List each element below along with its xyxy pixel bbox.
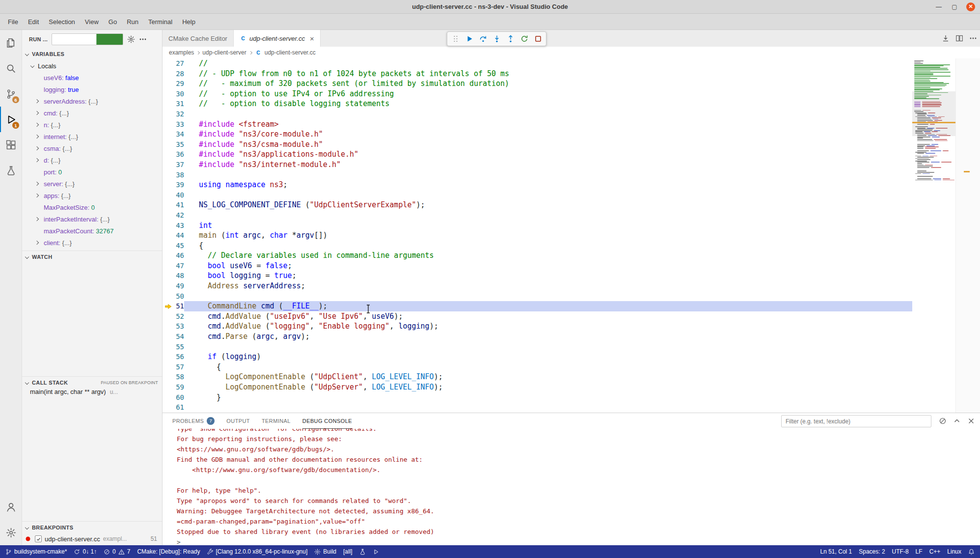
variable-MaxPacketSize[interactable]: MaxPacketSize: 0	[22, 201, 162, 213]
code-text[interactable]: cmd.AddValue ("useIpv6", "Use Ipv6", use…	[184, 311, 912, 322]
line-number[interactable]: 39	[174, 180, 184, 190]
code-text[interactable]: main (int argc, char *argv[])	[184, 230, 912, 241]
gutter-glyph[interactable]	[163, 402, 174, 413]
gutter-glyph[interactable]	[163, 230, 174, 241]
panel-tab-output[interactable]: OUTPUT	[226, 413, 250, 429]
code-text[interactable]: // - option to use IPv4 or IPv6 addressi…	[184, 89, 912, 99]
code-text[interactable]: {	[184, 362, 912, 372]
code-text[interactable]: CommandLine cmd (__FILE__);	[184, 301, 912, 311]
gutter-glyph[interactable]	[163, 200, 174, 210]
problems-indicator[interactable]: 07	[100, 545, 134, 558]
variable-logging[interactable]: logging: true	[22, 84, 162, 95]
code-text[interactable]: #include <fstream>	[184, 119, 912, 130]
menu-item-run[interactable]: Run	[122, 14, 143, 29]
line-number[interactable]: 53	[174, 321, 184, 332]
gutter-glyph[interactable]	[163, 352, 174, 362]
code-text[interactable]: if (logging)	[184, 352, 912, 362]
code-text[interactable]: // - maximum of 320 packets sent (or lim…	[184, 79, 912, 89]
language-indicator[interactable]: C++	[926, 545, 944, 558]
line-number[interactable]: 44	[174, 230, 184, 241]
minimap-slider[interactable]	[912, 91, 955, 136]
gutter-glyph[interactable]	[163, 332, 174, 342]
notifications-bell[interactable]	[965, 545, 978, 558]
step-out-button[interactable]	[504, 33, 517, 45]
line-number[interactable]: 30	[174, 89, 184, 99]
variable-client[interactable]: client: {...}	[22, 237, 162, 249]
gutter-glyph[interactable]	[163, 109, 174, 119]
gutter-glyph[interactable]	[163, 129, 174, 140]
gutter-glyph[interactable]	[163, 99, 174, 109]
code-text[interactable]	[184, 291, 912, 302]
line-number[interactable]: 42	[174, 210, 184, 221]
code-text[interactable]: #include "ns3/internet-module.h"	[184, 160, 912, 170]
encoding-indicator[interactable]: UTF-8	[889, 545, 912, 558]
variable-port[interactable]: port: 0	[22, 166, 162, 178]
minimize-button[interactable]: —	[935, 3, 943, 11]
line-number[interactable]: 55	[174, 342, 184, 352]
cmake-status[interactable]: CMake: [Debug]: Ready	[134, 545, 203, 558]
breakpoints-section-header[interactable]: BREAKPOINTS	[22, 521, 162, 533]
gutter-glyph[interactable]	[163, 311, 174, 322]
gutter-glyph[interactable]	[163, 261, 174, 271]
gutter-glyph[interactable]	[163, 321, 174, 332]
menu-item-edit[interactable]: Edit	[23, 14, 44, 29]
line-number[interactable]: 33	[174, 119, 184, 130]
gutter-glyph[interactable]	[163, 170, 174, 180]
os-indicator[interactable]: Linux	[944, 545, 965, 558]
code-text[interactable]: #include "ns3/core-module.h"	[184, 129, 912, 140]
indent-indicator[interactable]: Spaces: 2	[855, 545, 888, 558]
activitybar-extensions[interactable]	[0, 132, 22, 158]
gutter-glyph[interactable]	[163, 119, 174, 130]
code-text[interactable]: LogComponentEnable ("UdpClient", LOG_LEV…	[184, 372, 912, 382]
code-text[interactable]	[184, 170, 912, 180]
code-text[interactable]: cmd.AddValue ("logging", "Enable logging…	[184, 321, 912, 332]
code-text[interactable]: LogComponentEnable ("UdpServer", LOG_LEV…	[184, 382, 912, 392]
split-editor-icon[interactable]	[955, 34, 963, 42]
code-text[interactable]	[184, 109, 912, 119]
code-editor[interactable]: 27//28// - UDP flow from n0 to n1 of 102…	[163, 58, 980, 413]
menu-item-file[interactable]: File	[3, 14, 23, 29]
ctest-button[interactable]	[356, 545, 369, 558]
gutter-glyph[interactable]	[163, 362, 174, 372]
cursor-position[interactable]: Ln 51, Col 1	[817, 545, 856, 558]
breakpoint-item[interactable]: udp-client-server.ccexampl...51	[22, 533, 162, 545]
gutter-glyph[interactable]	[163, 251, 174, 261]
line-number[interactable]: 48	[174, 271, 184, 281]
code-text[interactable]: #include "ns3/csma-module.h"	[184, 140, 912, 150]
panel-tab-debug-console[interactable]: DEBUG CONSOLE	[302, 413, 352, 429]
activitybar-source-control[interactable]: 6	[0, 81, 22, 107]
line-number[interactable]: 43	[174, 221, 184, 231]
code-text[interactable]: {	[184, 241, 912, 251]
variable-internet[interactable]: internet: {...}	[22, 131, 162, 142]
activitybar-testing[interactable]	[0, 158, 22, 183]
code-text[interactable]: }	[184, 392, 912, 403]
maximize-button[interactable]: ▢	[951, 3, 958, 11]
close-tab-icon[interactable]: ×	[310, 35, 314, 42]
breakpoint-checkbox[interactable]	[35, 535, 42, 542]
git-branch-indicator[interactable]: buildsystem-cmake*	[2, 545, 70, 558]
gutter-glyph[interactable]	[163, 291, 174, 302]
sync-changes-indicator[interactable]: 0↓ 1↑	[70, 545, 100, 558]
line-number[interactable]: 49	[174, 281, 184, 291]
maximize-panel-icon[interactable]	[953, 417, 961, 425]
breadcrumb-item-udp-client-server-cc[interactable]: udp-client-server.cc	[265, 49, 316, 56]
menu-item-go[interactable]: Go	[104, 14, 122, 29]
line-number[interactable]: 29	[174, 79, 184, 89]
eol-indicator[interactable]: LF	[912, 545, 926, 558]
code-text[interactable]	[184, 190, 912, 200]
line-number[interactable]: 57	[174, 362, 184, 372]
gutter-glyph[interactable]	[163, 160, 174, 170]
editor-scrollbar[interactable]	[955, 58, 980, 413]
debug-config-dropdown[interactable]: No Configura	[52, 33, 123, 45]
configure-gear-icon[interactable]	[127, 35, 135, 43]
line-number[interactable]: 56	[174, 352, 184, 362]
run-file-icon[interactable]	[942, 34, 950, 42]
line-number[interactable]: 50	[174, 291, 184, 302]
step-into-button[interactable]	[490, 33, 503, 45]
tab-cmake-cache-editor[interactable]: CMake Cache Editor	[163, 30, 234, 47]
line-number[interactable]: 40	[174, 190, 184, 200]
gutter-glyph[interactable]	[163, 190, 174, 200]
minimap[interactable]	[912, 58, 955, 413]
code-text[interactable]: NS_LOG_COMPONENT_DEFINE ("UdpClientServe…	[184, 200, 912, 210]
gutter-glyph[interactable]	[163, 271, 174, 281]
